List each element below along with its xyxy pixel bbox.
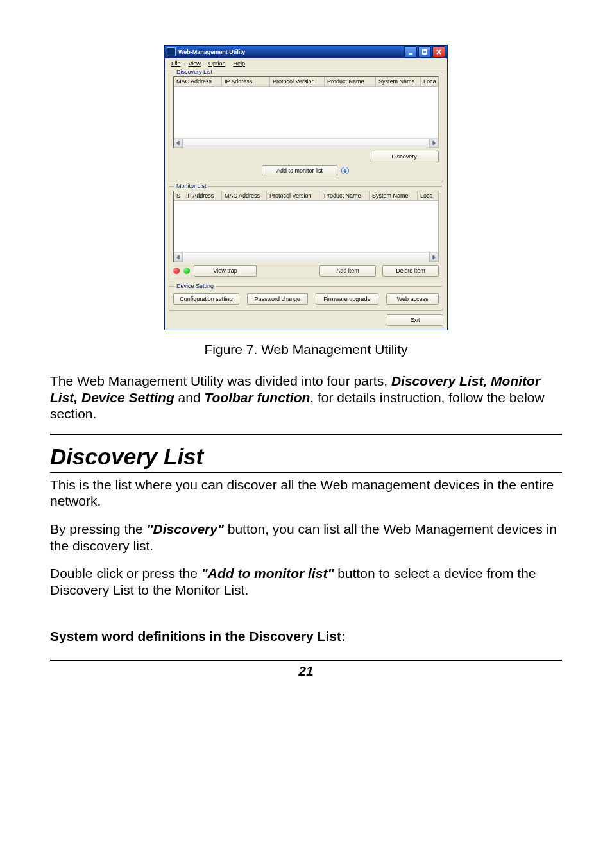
scroll-track[interactable] <box>183 253 429 262</box>
scroll-right-icon[interactable] <box>429 139 438 148</box>
figure-caption: Figure 7. Web Management Utility <box>50 342 562 357</box>
exit-button[interactable]: Exit <box>387 314 443 326</box>
intro-bold-2: Toolbar function <box>204 390 310 405</box>
discovery-col-product[interactable]: Product Name <box>325 77 376 86</box>
monitor-col-mac[interactable]: MAC Address <box>222 191 267 200</box>
p4-bold: "Add to monitor list" <box>201 566 334 581</box>
title-bar: Web-Management Utility <box>165 46 447 58</box>
down-arrow-icon <box>340 166 350 176</box>
svg-rect-1 <box>423 50 427 54</box>
monitor-table[interactable]: S IP Address MAC Address Protocol Versio… <box>173 191 439 262</box>
discovery-col-system[interactable]: System Name <box>376 77 421 86</box>
svg-marker-5 <box>433 141 435 145</box>
device-setting-legend: Device Setting <box>174 283 216 289</box>
p3-bold: "Discovery" <box>147 522 224 536</box>
minimize-icon <box>407 49 414 55</box>
close-icon <box>436 49 442 55</box>
add-to-monitor-button[interactable]: Add to monitor list <box>262 165 337 176</box>
monitor-col-s[interactable]: S <box>174 191 183 200</box>
menu-view[interactable]: View <box>185 58 205 69</box>
discovery-para-2: By pressing the "Discovery" button, you … <box>50 521 562 554</box>
discovery-list-group: Discovery List MAC Address IP Address Pr… <box>169 72 443 182</box>
discovery-col-location[interactable]: Loca <box>421 77 438 86</box>
svg-marker-4 <box>177 141 179 145</box>
page-number: 21 <box>298 663 313 678</box>
p3-text-1: By pressing the <box>50 522 147 536</box>
view-trap-button[interactable]: View trap <box>194 265 257 277</box>
app-icon <box>167 47 176 56</box>
maximize-icon <box>421 49 428 55</box>
window-title: Web-Management Utility <box>178 49 403 55</box>
menu-help[interactable]: Help <box>229 58 249 69</box>
status-dot-green-icon <box>183 268 190 274</box>
monitor-col-system[interactable]: System Name <box>370 191 418 200</box>
scroll-track[interactable] <box>183 139 429 148</box>
monitor-col-ip[interactable]: IP Address <box>183 191 222 200</box>
monitor-legend: Monitor List <box>174 183 208 189</box>
firmware-upgrade-button[interactable]: Firmware upgrade <box>316 293 379 305</box>
scroll-right-icon[interactable] <box>429 253 438 262</box>
sub-heading: System word definitions in the Discovery… <box>50 629 562 644</box>
discovery-col-ip[interactable]: IP Address <box>222 77 270 86</box>
discovery-legend: Discovery List <box>174 69 214 75</box>
discovery-col-mac[interactable]: MAC Address <box>174 77 222 86</box>
discovery-para-3: Double click or press the "Add to monito… <box>50 565 562 598</box>
monitor-list-group: Monitor List S IP Address MAC Address Pr… <box>169 186 443 282</box>
monitor-hscroll[interactable] <box>174 252 438 262</box>
scroll-left-icon[interactable] <box>174 139 183 148</box>
monitor-col-protocol[interactable]: Protocol Version <box>267 191 321 200</box>
discovery-para-1: This is the list where you can discover … <box>50 477 562 509</box>
close-button[interactable] <box>432 46 445 58</box>
svg-marker-7 <box>177 255 179 259</box>
discovery-button[interactable]: Discovery <box>370 151 439 162</box>
status-dot-red-icon <box>173 268 180 274</box>
p4-text-1: Double click or press the <box>50 566 201 581</box>
discovery-table[interactable]: MAC Address IP Address Protocol Version … <box>173 76 439 148</box>
device-setting-group: Device Setting Configuration setting Pas… <box>169 286 443 311</box>
intro-text-2: and <box>174 390 205 405</box>
section-heading: Discovery List <box>50 444 562 470</box>
minimize-button[interactable] <box>404 46 417 58</box>
page-footer: 21 <box>50 660 562 679</box>
window-body: Discovery List MAC Address IP Address Pr… <box>165 69 447 330</box>
svg-marker-8 <box>433 255 435 259</box>
intro-text-1: The Web Management Utility was divided i… <box>50 373 391 388</box>
add-item-button[interactable]: Add item <box>319 265 376 277</box>
menu-file[interactable]: File <box>167 58 185 69</box>
web-access-button[interactable]: Web access <box>386 293 439 305</box>
app-window-screenshot: Web-Management Utility File View Option … <box>164 45 448 330</box>
menu-bar: File View Option Help <box>165 58 447 69</box>
discovery-hscroll[interactable] <box>174 138 438 148</box>
monitor-col-location[interactable]: Loca <box>418 191 438 200</box>
configuration-setting-button[interactable]: Configuration setting <box>173 293 239 305</box>
maximize-button[interactable] <box>418 46 431 58</box>
discovery-col-protocol[interactable]: Protocol Version <box>270 77 325 86</box>
intro-paragraph: The Web Management Utility was divided i… <box>50 373 562 422</box>
delete-item-button[interactable]: Delete item <box>382 265 439 277</box>
password-change-button[interactable]: Password change <box>247 293 308 305</box>
monitor-header: S IP Address MAC Address Protocol Versio… <box>174 191 438 201</box>
menu-option[interactable]: Option <box>205 58 230 69</box>
scroll-left-icon[interactable] <box>174 253 183 262</box>
monitor-col-product[interactable]: Product Name <box>321 191 370 200</box>
discovery-header: MAC Address IP Address Protocol Version … <box>174 77 438 87</box>
